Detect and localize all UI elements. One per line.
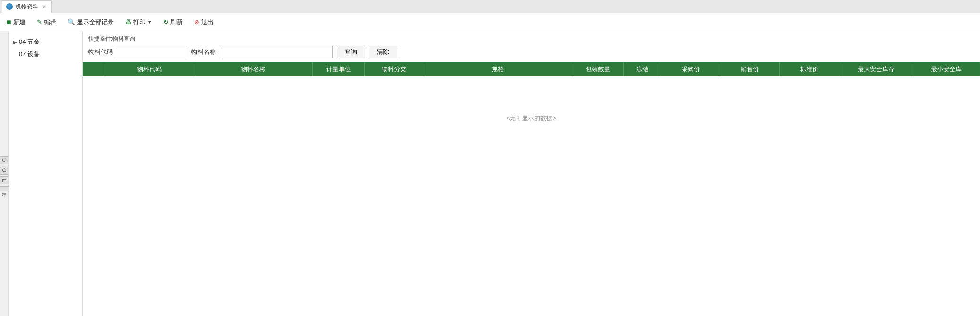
show-all-label: 显示全部记录 [77,18,114,26]
new-button[interactable]: ■ 新建 [5,17,27,27]
left-btn-e[interactable]: E [0,176,8,184]
tab-machine-material[interactable]: 机物资料 × [2,0,52,13]
filter-row: 物料代码 物料名称 查询 清除 [88,46,974,58]
sidebar-arrow-04: ▶ [13,40,17,45]
code-label: 物料代码 [88,48,113,56]
print-label: 打印 [133,18,145,26]
code-input[interactable] [117,46,187,58]
sidebar: D O E 串 ▶ 04 五金 ▶ 07 设备 [0,31,83,316]
col-unit[interactable]: 计量单位 [313,62,365,76]
sidebar-left-panel: D O E 串 [0,31,9,316]
clear-button[interactable]: 清除 [369,46,397,58]
exit-label: 退出 [201,18,213,26]
exit-button[interactable]: ⊗ 退出 [192,17,215,27]
show-all-icon: 🔍 [68,18,75,25]
print-arrow: ▼ [147,19,152,25]
sidebar-tree: ▶ 04 五金 ▶ 07 设备 [9,34,82,60]
tab-close-btn[interactable]: × [43,4,46,9]
exit-icon: ⊗ [194,18,199,25]
new-icon: ■ [7,18,11,26]
new-label: 新建 [13,18,26,26]
main-layout: D O E 串 ▶ 04 五金 ▶ 07 设备 快捷条件:物料查询 物料代码 物… [0,31,980,316]
tab-title: 机物资料 [16,3,38,11]
col-name[interactable]: 物料名称 [194,62,312,76]
col-checkbox [83,62,105,76]
table-header-row: 物料代码 物料名称 计量单位 物料分类 规格 包装数量 冻结 采购价 销售价 标… [83,62,980,76]
col-pack-qty[interactable]: 包装数量 [572,62,624,76]
name-label: 物料名称 [191,48,216,56]
col-spec[interactable]: 规格 [424,62,572,76]
toolbar: ■ 新建 ✎ 编辑 🔍 显示全部记录 🖶 打印 ▼ ↻ 刷新 ⊗ 退出 [0,13,980,31]
refresh-button[interactable]: ↻ 刷新 [162,17,185,27]
print-icon: 🖶 [125,18,131,25]
content-area: 快捷条件:物料查询 物料代码 物料名称 查询 清除 物料代码 物料名称 计量单位 [83,31,980,316]
empty-message: <无可显示的数据> [83,76,980,160]
sidebar-item-07[interactable]: ▶ 07 设备 [9,48,82,60]
show-all-button[interactable]: 🔍 显示全部记录 [66,17,116,27]
tab-bar: 机物资料 × [0,0,980,13]
refresh-icon: ↻ [163,18,169,25]
left-btn-series[interactable]: 串 [0,186,9,191]
col-std-price[interactable]: 标准价 [780,62,839,76]
filter-bar: 快捷条件:物料查询 物料代码 物料名称 查询 清除 [83,31,980,62]
table-wrapper: 物料代码 物料名称 计量单位 物料分类 规格 包装数量 冻结 采购价 销售价 标… [83,62,980,316]
sidebar-label-04: 04 五金 [19,38,40,46]
col-min-safe-stock[interactable]: 最小安全库 [913,62,980,76]
col-code[interactable]: 物料代码 [105,62,194,76]
col-frozen[interactable]: 冻结 [624,62,661,76]
print-button[interactable]: 🖶 打印 ▼ [123,17,154,27]
sidebar-label-07: 07 设备 [19,50,40,58]
refresh-label: 刷新 [170,18,183,26]
left-btn-o[interactable]: O [0,166,8,175]
left-btn-d[interactable]: D [0,156,8,164]
col-category[interactable]: 物料分类 [365,62,424,76]
query-button[interactable]: 查询 [337,46,365,58]
tab-globe-icon [6,3,13,10]
sidebar-item-04[interactable]: ▶ 04 五金 [9,36,82,48]
edit-button[interactable]: ✎ 编辑 [35,17,58,27]
col-max-safe-stock[interactable]: 最大安全库存 [839,62,913,76]
col-purchase-price[interactable]: 采购价 [661,62,720,76]
edit-icon: ✎ [37,18,42,25]
filter-title: 快捷条件:物料查询 [88,35,974,43]
data-table: 物料代码 物料名称 计量单位 物料分类 规格 包装数量 冻结 采购价 销售价 标… [83,62,980,76]
name-input[interactable] [220,46,333,58]
edit-label: 编辑 [44,18,56,26]
col-sale-price[interactable]: 销售价 [720,62,780,76]
